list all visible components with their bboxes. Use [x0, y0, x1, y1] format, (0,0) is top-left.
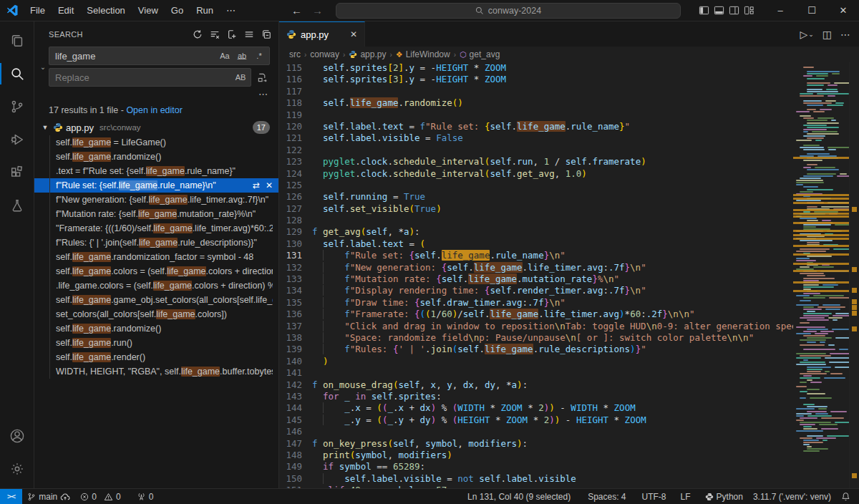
line-number: 126 [279, 191, 312, 203]
replace-input[interactable] [49, 72, 233, 83]
toggle-panel-icon[interactable] [714, 5, 724, 16]
search-result-row[interactable]: self.life_game.randomization_factor = sy… [34, 250, 278, 264]
search-result-row[interactable]: self.life_game.randomize() [34, 321, 278, 336]
menu-edit[interactable]: Edit [52, 3, 79, 18]
nav-back-icon[interactable]: ← [291, 4, 302, 16]
view-as-list-icon[interactable] [244, 29, 254, 39]
replace-match-icon[interactable]: ⇄ [253, 180, 260, 190]
search-result-row[interactable]: .text = f"Rule set: {self.life_game.rule… [34, 164, 278, 178]
run-python-file-icon[interactable]: ▷ [800, 29, 807, 40]
toggle-replace-chevron[interactable]: ⌄ [37, 47, 49, 87]
new-search-editor-icon[interactable] [227, 29, 237, 39]
search-result-row[interactable]: set_colors(all_colors[self.life_game.col… [34, 307, 278, 321]
menu-run[interactable]: Run [190, 3, 219, 18]
search-result-row[interactable]: f"New generation: {self.life_game.life_t… [34, 193, 278, 207]
search-result-row[interactable]: .life_game.colors = (self.life_game.colo… [34, 278, 278, 293]
collapse-all-icon[interactable] [261, 29, 271, 39]
problems-item[interactable]: 0 0 [75, 489, 125, 504]
minimap-code-line [827, 105, 843, 106]
indentation-item[interactable]: Spaces: 4 [583, 489, 631, 504]
activity-source-control-icon[interactable] [0, 90, 34, 123]
minimap-code-line [803, 359, 808, 361]
search-result-row[interactable]: "Framerate: {((1/60)/self.life_game.life… [34, 221, 278, 236]
activity-explorer-icon[interactable] [0, 24, 34, 57]
cursor-position-item[interactable]: Ln 131, Col 40 (9 selected) [462, 489, 576, 504]
preserve-case-icon[interactable]: AB [233, 70, 248, 84]
file-row-app-py[interactable]: ▼ app.py src\conway 17 [34, 120, 278, 135]
match-highlight: life_game [72, 295, 111, 305]
notifications-bell-icon[interactable] [836, 489, 859, 504]
search-result-row[interactable]: f"Rule set: {self.life_game.rule_name}\n… [34, 178, 278, 193]
refresh-icon[interactable] [193, 29, 203, 39]
activity-testing-icon[interactable] [0, 189, 34, 222]
overview-ruler[interactable] [849, 62, 859, 488]
activity-run-debug-icon[interactable] [0, 123, 34, 156]
encoding-item[interactable]: UTF-8 [637, 489, 671, 504]
ruler-match-mark [852, 267, 857, 272]
whole-word-icon[interactable]: a̲b̲ [235, 49, 249, 63]
minimap-code-line [834, 82, 849, 84]
breadcrumb-lifewindow[interactable]: ❖LifeWindow [396, 49, 450, 59]
nav-forward-icon[interactable]: → [312, 4, 323, 16]
maximize-button[interactable]: ☐ [796, 0, 828, 21]
split-editor-icon[interactable]: ◫ [822, 29, 832, 40]
toggle-sidebar-icon[interactable] [699, 5, 709, 16]
menu-selection[interactable]: Selection [81, 3, 130, 18]
dismiss-match-icon[interactable]: ✕ [266, 180, 273, 190]
tab-app-py[interactable]: app.py ✕ [279, 21, 365, 47]
breadcrumb-app-py[interactable]: app.py [349, 49, 386, 59]
chevron-down-icon[interactable]: ▼ [40, 124, 50, 131]
search-result-row[interactable]: self.life_game.colors = (self.life_game.… [34, 264, 278, 278]
search-result-row[interactable]: self.life_game.run() [34, 336, 278, 350]
minimap-code-line [828, 344, 835, 346]
search-result-row[interactable]: self.life_game.randomize() [34, 150, 278, 164]
interpreter-item[interactable]: 3.11.7 ('.venv': venv) [748, 489, 836, 504]
menu-file[interactable]: File [24, 3, 51, 18]
match-case-icon[interactable]: Aa [218, 49, 232, 63]
ports-item[interactable]: 0 [132, 489, 159, 504]
editor-more-actions-icon[interactable]: ⋯ [840, 29, 850, 40]
language-mode-item[interactable]: Python [700, 489, 748, 504]
clear-search-results-icon[interactable] [210, 29, 220, 39]
breadcrumb-get-avg[interactable]: ⬡get_avg [460, 49, 500, 59]
eol-item[interactable]: LF [676, 489, 696, 504]
minimap-code-line [800, 178, 821, 179]
toggle-secondary-sidebar-icon[interactable] [729, 5, 739, 16]
breadcrumb-conway[interactable]: conway [310, 49, 339, 59]
search-result-row[interactable]: f"Rules: {' | '.join(self.life_game.rule… [34, 236, 278, 250]
search-result-row[interactable]: f"Mutation rate: {self.life_game.mutatio… [34, 207, 278, 221]
search-result-row[interactable]: self.life_game = LifeGame() [34, 135, 278, 150]
tab-close-icon[interactable]: ✕ [350, 29, 357, 39]
breadcrumb-src[interactable]: src [289, 49, 301, 59]
activity-search-icon[interactable] [0, 57, 34, 90]
replace-all-icon[interactable] [254, 69, 270, 85]
minimize-button[interactable]: – [765, 0, 796, 21]
menu-more[interactable]: ⋯ [220, 3, 241, 18]
command-center-search[interactable]: conway-2024 [336, 3, 681, 19]
search-input[interactable] [49, 51, 218, 62]
search-details-more[interactable]: ⋯ [258, 91, 268, 100]
search-result-row[interactable]: self.life_game.game_obj.set_colors(all_c… [34, 293, 278, 307]
activity-extensions-icon[interactable] [0, 156, 34, 189]
close-button[interactable]: ✕ [828, 0, 859, 21]
run-dropdown-icon[interactable]: ⌄ [808, 31, 814, 38]
minimap-code-line [807, 311, 815, 312]
minimap-code-line [828, 84, 838, 86]
search-result-row[interactable]: self.life_game.render() [34, 350, 278, 364]
minimap[interactable] [793, 62, 849, 488]
minimap-code-line [822, 440, 827, 441]
settings-gear-icon[interactable] [0, 452, 34, 485]
remote-indicator[interactable]: >< [0, 489, 22, 504]
customize-layout-icon[interactable] [744, 5, 754, 16]
open-in-editor-link[interactable]: Open in editor [126, 105, 183, 115]
menu-go[interactable]: Go [165, 3, 189, 18]
minimap-code-line [796, 304, 819, 306]
code-line: 129f get_avg(self, *a): [279, 226, 793, 238]
code-line: 145 _.y = ((_.y + dy) % (HEIGHT * ZOOM *… [279, 415, 793, 426]
accounts-icon[interactable] [0, 420, 34, 452]
git-branch-item[interactable]: main [22, 489, 75, 504]
regex-icon[interactable]: .* [252, 49, 266, 63]
menu-view[interactable]: View [132, 3, 164, 18]
code-editor[interactable]: 115 self.sprites[2].y = -HEIGHT * ZOOM11… [279, 62, 793, 488]
search-result-row[interactable]: WIDTH, HEIGHT, "RGBA", self.life_game.bu… [34, 364, 278, 379]
